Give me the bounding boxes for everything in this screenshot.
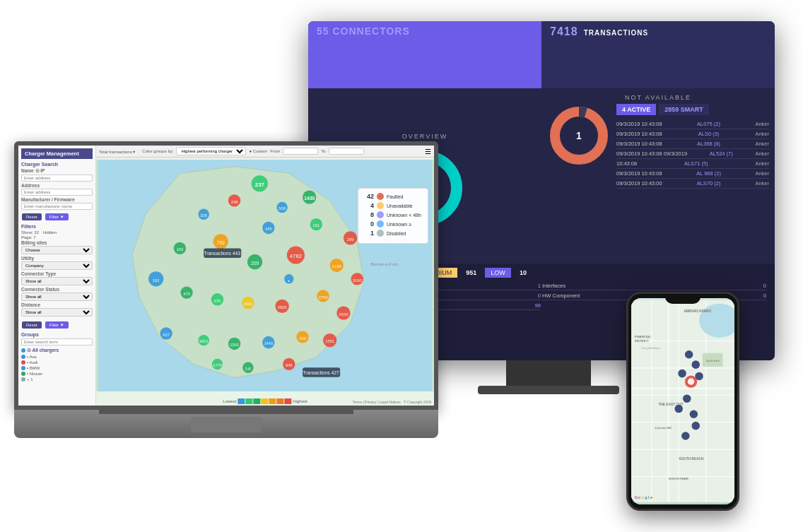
svg-text:299: 299 [347,237,354,242]
phone-map: EMBARCADERO FINANCIAL DISTRICT Ferry Bui… [631,298,734,504]
svg-point-101 [685,350,693,359]
show-row: Show: 32 Hidden [21,230,93,235]
transaction-row: 09/3/2019 10:43:08AL368 (8)Anker [616,139,769,149]
utility-label: Utility [21,256,93,261]
svg-text:o: o [641,495,644,500]
svg-point-106 [683,394,691,403]
active-badge: 4 ACTIVE [616,104,656,115]
active-smart-badges: 4 ACTIVE 2859 SMART [616,104,769,115]
group-plus: + 1 [21,377,93,382]
toolbar-color-label: Color groups by: [142,149,173,153]
svg-text:345: 345 [265,227,272,231]
all-chargers-label: ⊙ All chargers [27,348,59,353]
svg-text:3001: 3001 [199,340,209,344]
sidebar: Charger Management Charger Search Name ⊙… [18,146,96,406]
billing-select[interactable]: Choose [21,246,93,254]
reset-btn-2[interactable]: Reset [22,321,42,329]
monitor-stand [506,360,591,389]
svg-text:305: 305 [200,213,207,218]
alert-row: Interfaces0 [542,282,766,290]
transaction-row: 09/3/2019 10:43:08AL075 (2)Anker [616,119,769,129]
group-ava: • Ava [21,354,93,360]
connectors-header-text: 55 CONNECTORS [317,25,410,37]
group-nissan: • Nissan [21,371,93,377]
group-ava-label: • Ava [27,355,37,359]
search-input[interactable] [21,175,93,182]
svg-text:SOUTH PARK: SOUTH PARK [669,477,689,480]
groups-section: Groups ⊙ All chargers • Ava • Audi • BMW [21,332,93,382]
status-num: 42 [364,193,374,200]
connector-type-label: Connector Type [21,271,93,276]
groups-search[interactable] [21,338,93,345]
group-audi: • Audi [21,360,93,365]
status-dot [377,220,384,227]
charger-search-label: Charger Search [21,162,93,167]
page-label: Hidden [43,230,57,235]
copyright: Terms | Privacy | Legal Notices © Copyri… [352,400,431,404]
status-row: 4 Unavailable [364,202,422,209]
svg-text:4782: 4782 [290,253,302,259]
toolbar-from-label: From [270,149,280,153]
group-nissan-label: • Nissan [27,372,42,376]
group-bmw: • BMW [21,365,93,371]
not-available-title: NOT AVAILABLE [547,94,769,101]
transaction-row: 09/3/2019 10:43:08 09/3/2019AL524 (7)Ank… [616,149,769,159]
reset-btn[interactable]: Reset [22,213,42,220]
toolbar-menu-icon[interactable]: ☰ [425,148,431,155]
legend-lowest: Lowest [223,399,236,403]
svg-text:DISTRICT: DISTRICT [635,339,649,343]
svg-point-110 [691,422,700,430]
filter-btn-2[interactable]: Filter ▼ [45,321,69,329]
address-input[interactable] [21,189,93,196]
low-num: 10 [520,269,527,276]
svg-text:248: 248 [231,200,238,204]
transactions-label: TRANSACTIONS [584,29,648,37]
svg-point-102 [691,360,700,369]
address-label: Address [21,183,93,188]
status-label: Unknown < 48h [387,213,421,218]
utility-select[interactable]: Company [21,261,93,270]
svg-text:1440: 1440 [264,341,273,345]
laptop: Charger Management Charger Search Name ⊙… [14,141,452,438]
transactions-num: 7418 [550,25,578,37]
legend-gradient [238,398,291,404]
svg-text:209: 209 [251,261,259,266]
laptop-screen: Charger Management Charger Search Name ⊙… [14,141,438,410]
groups-label: Groups [21,332,93,337]
distance-label: Distance [21,302,93,307]
svg-text:Barrow-in-Furn...: Barrow-in-Furn... [371,262,402,266]
sidebar-title: Charger Management [21,148,93,159]
status-row: 8 Unknown < 48h [364,211,422,218]
status-num: 4 [364,202,374,209]
phone-notch [665,294,701,304]
toolbar-color-select[interactable]: Highest performing charger [176,147,246,155]
distance-select[interactable]: Show all [21,308,93,317]
transactions-header: 7418 TRANSACTIONS [541,21,775,88]
svg-text:249: 249 [245,367,251,371]
transaction-row: 09/3/2019 10:43:08AL 968 (2)Anker [616,169,769,179]
svg-text:163: 163 [177,247,184,252]
status-dot [377,230,384,237]
connector-status-select[interactable]: Show all [21,292,93,301]
svg-point-112 [688,378,695,385]
svg-text:South Park: South Park [706,360,720,362]
toolbar-custom-label: ● Custom [249,149,267,153]
svg-text:1199: 1199 [332,264,341,268]
phone-body: EMBARCADERO FINANCIAL DISTRICT Ferry Bui… [626,292,739,511]
filter-btn[interactable]: Filter ▼ [45,213,69,220]
svg-text:1392: 1392 [230,343,239,347]
filters-label: Filters [21,224,93,229]
svg-text:237: 237 [255,182,264,188]
overview-title: OVERVIEW [382,133,467,140]
connector-type-select[interactable]: Show all [21,277,93,285]
smart-badge: 2859 SMART [659,104,709,115]
toolbar-to-input[interactable] [329,148,364,155]
manufacturer-input[interactable] [21,203,93,210]
svg-text:1551: 1551 [325,340,334,344]
manufacturer-label: Manufacturer / Firmware [21,197,93,202]
svg-text:2001: 2001 [243,302,252,306]
map-area: Total transactions ▾ Color groups by: Hi… [96,146,434,406]
toolbar-from-input[interactable] [283,148,318,155]
status-num: 1 [364,230,374,237]
phone-screen: EMBARCADERO FINANCIAL DISTRICT Ferry Bui… [631,298,734,504]
